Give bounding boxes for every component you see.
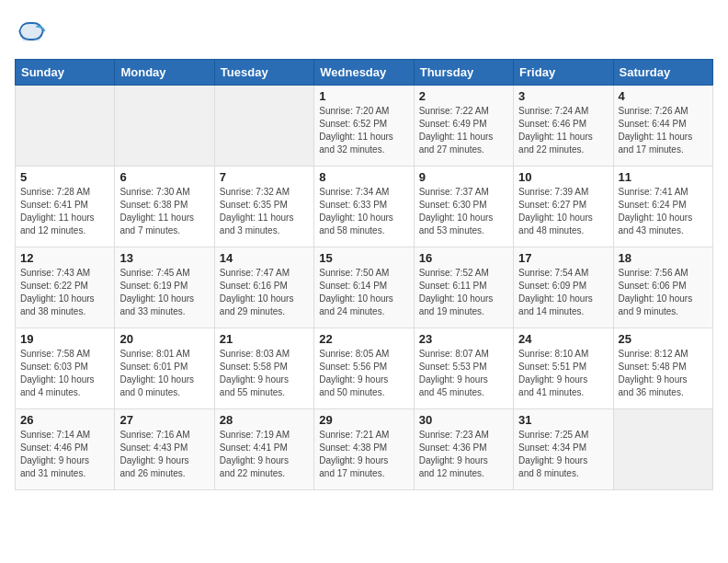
calendar-cell: 5Sunrise: 7:28 AM Sunset: 6:41 PM Daylig… [16, 167, 115, 247]
day-info: Sunrise: 7:16 AM Sunset: 4:43 PM Dayligh… [119, 430, 189, 478]
calendar-cell: 14Sunrise: 7:47 AM Sunset: 6:16 PM Dayli… [214, 247, 313, 328]
calendar-cell: 10Sunrise: 7:39 AM Sunset: 6:27 PM Dayli… [514, 167, 613, 247]
day-number: 2 [419, 89, 508, 103]
calendar-cell [115, 86, 214, 167]
day-info: Sunrise: 7:19 AM Sunset: 4:41 PM Dayligh… [220, 430, 290, 478]
day-info: Sunrise: 8:10 AM Sunset: 5:51 PM Dayligh… [518, 349, 588, 397]
calendar-cell: 2Sunrise: 7:22 AM Sunset: 6:49 PM Daylig… [414, 86, 513, 167]
day-number: 10 [518, 170, 608, 184]
day-number: 27 [119, 413, 209, 427]
calendar-cell: 19Sunrise: 7:58 AM Sunset: 6:03 PM Dayli… [16, 328, 115, 409]
calendar-cell: 22Sunrise: 8:05 AM Sunset: 5:56 PM Dayli… [314, 328, 414, 409]
day-number: 31 [518, 413, 608, 427]
day-number: 21 [220, 332, 309, 346]
calendar-header-row: SundayMondayTuesdayWednesdayThursdayFrid… [16, 60, 713, 86]
header-thursday: Thursday [414, 60, 513, 86]
day-number: 29 [319, 413, 408, 427]
day-number: 12 [20, 251, 109, 265]
day-number: 8 [319, 170, 408, 184]
day-info: Sunrise: 7:43 AM Sunset: 6:22 PM Dayligh… [20, 268, 95, 316]
header-saturday: Saturday [613, 60, 712, 86]
day-info: Sunrise: 7:20 AM Sunset: 6:52 PM Dayligh… [319, 106, 393, 155]
calendar-cell: 6Sunrise: 7:30 AM Sunset: 6:38 PM Daylig… [115, 167, 214, 247]
day-number: 16 [419, 251, 508, 265]
calendar-cell: 17Sunrise: 7:54 AM Sunset: 6:09 PM Dayli… [514, 247, 613, 328]
day-number: 7 [220, 170, 309, 184]
calendar-cell: 24Sunrise: 8:10 AM Sunset: 5:51 PM Dayli… [514, 328, 613, 409]
day-info: Sunrise: 7:58 AM Sunset: 6:03 PM Dayligh… [20, 349, 95, 397]
day-info: Sunrise: 7:54 AM Sunset: 6:09 PM Dayligh… [518, 268, 593, 316]
calendar-table: SundayMondayTuesdayWednesdayThursdayFrid… [15, 59, 713, 490]
day-number: 6 [119, 170, 209, 184]
day-number: 19 [20, 332, 109, 346]
header-monday: Monday [115, 60, 214, 86]
calendar-cell: 25Sunrise: 8:12 AM Sunset: 5:48 PM Dayli… [613, 328, 712, 409]
header-tuesday: Tuesday [214, 60, 313, 86]
calendar-cell: 18Sunrise: 7:56 AM Sunset: 6:06 PM Dayli… [613, 247, 712, 328]
week-row-5: 26Sunrise: 7:14 AM Sunset: 4:46 PM Dayli… [16, 409, 713, 490]
calendar-cell: 12Sunrise: 7:43 AM Sunset: 6:22 PM Dayli… [16, 247, 115, 328]
header-sunday: Sunday [16, 60, 115, 86]
day-number: 11 [619, 170, 708, 184]
day-info: Sunrise: 8:12 AM Sunset: 5:48 PM Dayligh… [619, 349, 688, 397]
calendar-cell: 7Sunrise: 7:32 AM Sunset: 6:35 PM Daylig… [214, 167, 313, 247]
calendar-cell: 9Sunrise: 7:37 AM Sunset: 6:30 PM Daylig… [414, 167, 513, 247]
day-number: 22 [319, 332, 408, 346]
day-number: 1 [319, 89, 408, 103]
day-number: 17 [518, 251, 608, 265]
calendar-cell: 15Sunrise: 7:50 AM Sunset: 6:14 PM Dayli… [314, 247, 414, 328]
calendar-cell: 28Sunrise: 7:19 AM Sunset: 4:41 PM Dayli… [214, 409, 313, 490]
day-info: Sunrise: 8:03 AM Sunset: 5:58 PM Dayligh… [220, 349, 290, 397]
header-friday: Friday [514, 60, 613, 86]
day-info: Sunrise: 7:23 AM Sunset: 4:36 PM Dayligh… [419, 430, 489, 478]
day-number: 20 [119, 332, 209, 346]
day-info: Sunrise: 7:21 AM Sunset: 4:38 PM Dayligh… [319, 430, 389, 478]
day-number: 14 [220, 251, 309, 265]
day-info: Sunrise: 7:39 AM Sunset: 6:27 PM Dayligh… [518, 187, 593, 236]
day-number: 24 [518, 332, 608, 346]
day-number: 4 [619, 89, 708, 103]
calendar-cell [613, 409, 712, 490]
day-info: Sunrise: 7:37 AM Sunset: 6:30 PM Dayligh… [419, 187, 494, 236]
day-info: Sunrise: 7:24 AM Sunset: 6:46 PM Dayligh… [518, 106, 593, 155]
calendar-cell: 23Sunrise: 8:07 AM Sunset: 5:53 PM Dayli… [414, 328, 513, 409]
day-info: Sunrise: 7:22 AM Sunset: 6:49 PM Dayligh… [419, 106, 494, 155]
calendar-cell [16, 86, 115, 167]
day-number: 23 [419, 332, 508, 346]
calendar-cell: 13Sunrise: 7:45 AM Sunset: 6:19 PM Dayli… [115, 247, 214, 328]
calendar-cell: 31Sunrise: 7:25 AM Sunset: 4:34 PM Dayli… [514, 409, 613, 490]
week-row-1: 1Sunrise: 7:20 AM Sunset: 6:52 PM Daylig… [16, 86, 713, 167]
day-info: Sunrise: 7:32 AM Sunset: 6:35 PM Dayligh… [220, 187, 294, 236]
calendar-cell: 3Sunrise: 7:24 AM Sunset: 6:46 PM Daylig… [514, 86, 613, 167]
calendar-cell: 16Sunrise: 7:52 AM Sunset: 6:11 PM Dayli… [414, 247, 513, 328]
day-info: Sunrise: 7:26 AM Sunset: 6:44 PM Dayligh… [619, 106, 693, 155]
day-info: Sunrise: 8:01 AM Sunset: 6:01 PM Dayligh… [119, 349, 194, 397]
header-wednesday: Wednesday [314, 60, 414, 86]
day-info: Sunrise: 8:07 AM Sunset: 5:53 PM Dayligh… [419, 349, 489, 397]
day-number: 5 [20, 170, 109, 184]
logo [15, 15, 51, 48]
calendar-cell: 11Sunrise: 7:41 AM Sunset: 6:24 PM Dayli… [613, 167, 712, 247]
day-info: Sunrise: 7:30 AM Sunset: 6:38 PM Dayligh… [119, 187, 194, 236]
day-number: 26 [20, 413, 109, 427]
day-info: Sunrise: 7:14 AM Sunset: 4:46 PM Dayligh… [20, 430, 90, 478]
day-info: Sunrise: 7:56 AM Sunset: 6:06 PM Dayligh… [619, 268, 693, 316]
week-row-4: 19Sunrise: 7:58 AM Sunset: 6:03 PM Dayli… [16, 328, 713, 409]
day-info: Sunrise: 7:52 AM Sunset: 6:11 PM Dayligh… [419, 268, 494, 316]
calendar-cell: 29Sunrise: 7:21 AM Sunset: 4:38 PM Dayli… [314, 409, 414, 490]
calendar-cell [214, 86, 313, 167]
calendar-cell: 30Sunrise: 7:23 AM Sunset: 4:36 PM Dayli… [414, 409, 513, 490]
day-number: 3 [518, 89, 608, 103]
week-row-3: 12Sunrise: 7:43 AM Sunset: 6:22 PM Dayli… [16, 247, 713, 328]
day-info: Sunrise: 7:25 AM Sunset: 4:34 PM Dayligh… [518, 430, 588, 478]
calendar-cell: 26Sunrise: 7:14 AM Sunset: 4:46 PM Dayli… [16, 409, 115, 490]
day-info: Sunrise: 7:47 AM Sunset: 6:16 PM Dayligh… [220, 268, 294, 316]
day-number: 28 [220, 413, 309, 427]
day-info: Sunrise: 7:45 AM Sunset: 6:19 PM Dayligh… [119, 268, 194, 316]
calendar-cell: 27Sunrise: 7:16 AM Sunset: 4:43 PM Dayli… [115, 409, 214, 490]
day-info: Sunrise: 8:05 AM Sunset: 5:56 PM Dayligh… [319, 349, 389, 397]
calendar-cell: 21Sunrise: 8:03 AM Sunset: 5:58 PM Dayli… [214, 328, 313, 409]
day-info: Sunrise: 7:28 AM Sunset: 6:41 PM Dayligh… [20, 187, 95, 236]
calendar-cell: 1Sunrise: 7:20 AM Sunset: 6:52 PM Daylig… [314, 86, 414, 167]
logo-icon [15, 15, 48, 48]
